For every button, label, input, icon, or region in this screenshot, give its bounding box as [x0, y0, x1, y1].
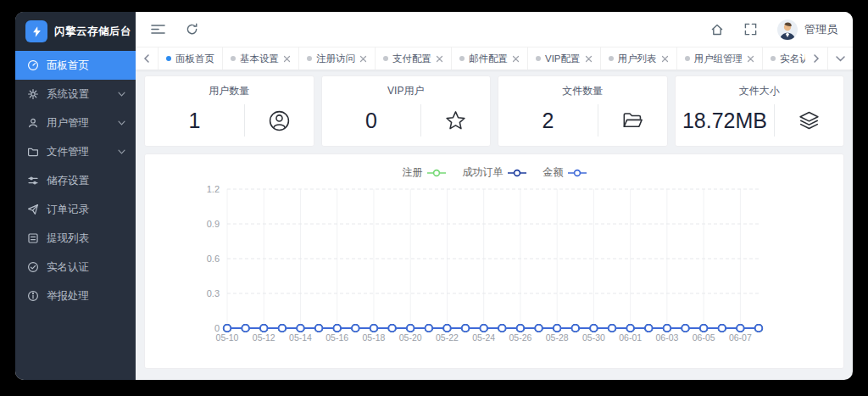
stat-card-2: VIP用户0 [321, 75, 492, 147]
dashboard-content: 用户数量1VIP用户0文件数量2文件大小18.72MB 注册成功订单金额 00.… [136, 70, 853, 380]
legend-marker-icon [568, 169, 587, 177]
tab-1[interactable]: 面板首页 [158, 47, 223, 70]
stat-title: 用户数量 [145, 84, 314, 98]
svg-text:05-20: 05-20 [399, 332, 422, 343]
user-menu[interactable]: 管理员 [777, 20, 837, 40]
tabs-scroll-left-icon[interactable] [136, 47, 158, 70]
tab-5[interactable]: 邮件配置 [452, 47, 528, 70]
sidebar-menu: 面板首页系统设置用户管理文件管理储存设置订单记录提现列表实名认证举报处理 [15, 51, 136, 380]
sidebar-item-9[interactable]: 举报处理 [15, 282, 136, 310]
user-circle-icon [245, 109, 314, 132]
tab-9[interactable]: 实名认证 [763, 47, 805, 70]
svg-text:06-07: 06-07 [729, 332, 752, 343]
tab-3[interactable]: 注册访问 [299, 47, 376, 70]
tab-status-dot [771, 56, 776, 61]
tab-status-dot [685, 56, 690, 61]
stat-card-4: 文件大小18.72MB [675, 75, 845, 147]
sidebar-item-label: 订单记录 [47, 203, 125, 217]
sidebar-item-4[interactable]: 文件管理 [15, 137, 136, 166]
svg-text:05-28: 05-28 [546, 332, 569, 343]
svg-text:06-03: 06-03 [655, 332, 678, 343]
svg-text:05-10: 05-10 [216, 332, 239, 343]
sidebar-item-label: 储存设置 [47, 174, 125, 188]
stat-card-3: 文件数量2 [498, 75, 668, 147]
tab-7[interactable]: 用户列表 [601, 47, 677, 70]
legend-item-3[interactable]: 金额 [543, 165, 587, 180]
sidebar-item-label: 系统设置 [47, 87, 110, 102]
legend-label: 注册 [403, 165, 423, 180]
svg-text:0.9: 0.9 [207, 219, 220, 229]
close-icon[interactable] [512, 55, 520, 63]
svg-text:1.2: 1.2 [207, 184, 220, 194]
gear-icon [27, 88, 39, 100]
sidebar-item-8[interactable]: 实名认证 [15, 253, 136, 282]
withdraw-icon [27, 232, 39, 244]
order-icon [27, 204, 39, 215]
close-icon[interactable] [585, 55, 593, 63]
tabs-dropdown-icon[interactable] [827, 47, 853, 70]
user-name: 管理员 [804, 22, 837, 37]
svg-text:05-26: 05-26 [509, 332, 532, 343]
line-chart: 00.30.60.91.205-1005-1205-1405-1605-1805… [145, 182, 843, 355]
app-logo: 闪擎云存储后台 [15, 12, 136, 51]
chart-card: 注册成功订单金额 00.30.60.91.205-1005-1205-1405-… [144, 153, 844, 369]
main-area: 管理员 面板首页基本设置注册访问支付配置邮件配置VIP配置用户列表用户组管理实名… [136, 12, 853, 380]
close-icon[interactable] [661, 55, 669, 63]
tab-8[interactable]: 用户组管理 [677, 47, 764, 70]
topbar-left [151, 23, 198, 36]
svg-text:05-12: 05-12 [253, 332, 275, 343]
svg-text:05-22: 05-22 [436, 332, 459, 343]
app-title: 闪擎云存储后台 [54, 25, 131, 39]
stat-value: 1 [145, 109, 244, 133]
svg-text:0.3: 0.3 [207, 288, 220, 298]
tab-status-dot [536, 56, 541, 61]
svg-text:06-05: 06-05 [693, 332, 715, 343]
tab-status-dot [166, 56, 171, 61]
home-icon[interactable] [710, 23, 724, 36]
close-icon[interactable] [436, 55, 443, 63]
tab-2[interactable]: 基本设置 [223, 47, 299, 70]
close-icon[interactable] [747, 55, 754, 63]
sidebar-item-2[interactable]: 系统设置 [15, 80, 136, 109]
sidebar-item-label: 提现列表 [47, 231, 125, 246]
user-icon [27, 117, 39, 129]
app-window: 闪擎云存储后台 面板首页系统设置用户管理文件管理储存设置订单记录提现列表实名认证… [15, 12, 853, 380]
tab-status-dot [307, 56, 312, 61]
tab-label: 邮件配置 [469, 53, 508, 65]
fullscreen-icon[interactable] [744, 23, 757, 36]
collapse-sidebar-icon[interactable] [151, 23, 165, 36]
legend-marker-icon [427, 169, 446, 177]
sidebar-item-7[interactable]: 提现列表 [15, 224, 136, 253]
legend-label: 金额 [543, 165, 564, 180]
sidebar-item-3[interactable]: 用户管理 [15, 109, 136, 137]
stat-value: 2 [498, 109, 598, 133]
legend-item-1[interactable]: 注册 [403, 165, 446, 180]
svg-text:05-24: 05-24 [472, 332, 495, 343]
stat-title: 文件大小 [676, 84, 844, 98]
topbar-right: 管理员 [710, 20, 837, 40]
sidebar-item-5[interactable]: 储存设置 [15, 166, 136, 195]
refresh-icon[interactable] [186, 23, 198, 36]
tab-6[interactable]: VIP配置 [528, 47, 601, 70]
legend-label: 成功订单 [463, 165, 504, 180]
sidebar-item-1[interactable]: 面板首页 [15, 51, 136, 80]
svg-text:06-01: 06-01 [619, 332, 642, 343]
tabs-scroll-right-icon[interactable] [805, 47, 827, 70]
tab-label: 用户组管理 [694, 53, 743, 65]
svg-text:05-16: 05-16 [326, 332, 348, 343]
legend-item-2[interactable]: 成功订单 [463, 165, 526, 180]
chart-legend: 注册成功订单金额 [145, 154, 843, 182]
dashboard-icon [27, 59, 39, 71]
stat-cards-row: 用户数量1VIP用户0文件数量2文件大小18.72MB [144, 75, 844, 147]
stat-body: 1 [145, 103, 314, 137]
user-avatar [777, 20, 798, 40]
close-icon[interactable] [359, 55, 367, 63]
close-icon[interactable] [283, 55, 291, 63]
verified-icon [27, 261, 39, 273]
star-icon [421, 109, 490, 132]
tab-4[interactable]: 支付配置 [376, 47, 452, 70]
stat-body: 2 [498, 103, 667, 137]
tab-status-dot [459, 56, 465, 61]
sidebar-item-6[interactable]: 订单记录 [15, 195, 136, 224]
tab-label: VIP配置 [545, 53, 581, 65]
